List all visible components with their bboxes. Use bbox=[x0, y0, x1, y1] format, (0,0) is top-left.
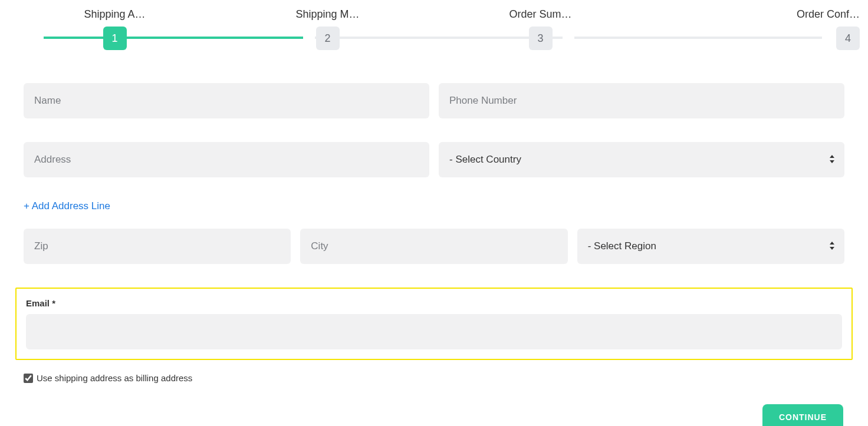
phone-input[interactable] bbox=[439, 83, 844, 118]
billing-same-checkbox[interactable] bbox=[24, 374, 33, 383]
step-label: Shipping A… bbox=[84, 8, 145, 21]
region-select[interactable]: - Select Region bbox=[577, 229, 844, 264]
address-input[interactable] bbox=[24, 142, 429, 177]
step-connector-2 bbox=[315, 37, 563, 39]
step-node: 4 bbox=[836, 27, 860, 50]
email-label: Email * bbox=[26, 298, 842, 308]
shipping-address-form: - Select Country + Add Address Line - Se… bbox=[8, 83, 860, 426]
billing-same-label: Use shipping address as billing address bbox=[37, 373, 192, 383]
step-label: Order Conf… bbox=[797, 8, 860, 21]
step-connector-1 bbox=[44, 37, 303, 39]
email-highlight-box: Email * bbox=[15, 288, 853, 360]
country-select-value: - Select Country bbox=[439, 142, 844, 177]
billing-same-row: Use shipping address as billing address bbox=[24, 373, 844, 383]
step-label: Order Sum… bbox=[509, 8, 571, 21]
step-node: 2 bbox=[316, 27, 340, 50]
country-select[interactable]: - Select Country bbox=[439, 142, 844, 177]
region-select-value: - Select Region bbox=[577, 229, 844, 264]
step-node: 3 bbox=[529, 27, 553, 50]
add-address-line-button[interactable]: + Add Address Line bbox=[24, 200, 110, 212]
checkout-stepper: Shipping A… 1 Shipping M… 2 Order Sum… 3… bbox=[8, 8, 860, 50]
step-shipping-address[interactable]: Shipping A… 1 bbox=[8, 8, 221, 50]
step-label: Shipping M… bbox=[295, 8, 359, 21]
step-connector-3 bbox=[574, 37, 822, 39]
step-shipping-method[interactable]: Shipping M… 2 bbox=[221, 8, 434, 50]
email-input[interactable] bbox=[26, 314, 842, 349]
city-input[interactable] bbox=[300, 229, 567, 264]
continue-button[interactable]: CONTINUE bbox=[762, 404, 843, 426]
step-order-confirmation[interactable]: Order Conf… 4 bbox=[647, 8, 860, 50]
name-input[interactable] bbox=[24, 83, 429, 118]
step-node: 1 bbox=[103, 27, 127, 50]
zip-input[interactable] bbox=[24, 229, 291, 264]
step-order-summary[interactable]: Order Sum… 3 bbox=[434, 8, 647, 50]
